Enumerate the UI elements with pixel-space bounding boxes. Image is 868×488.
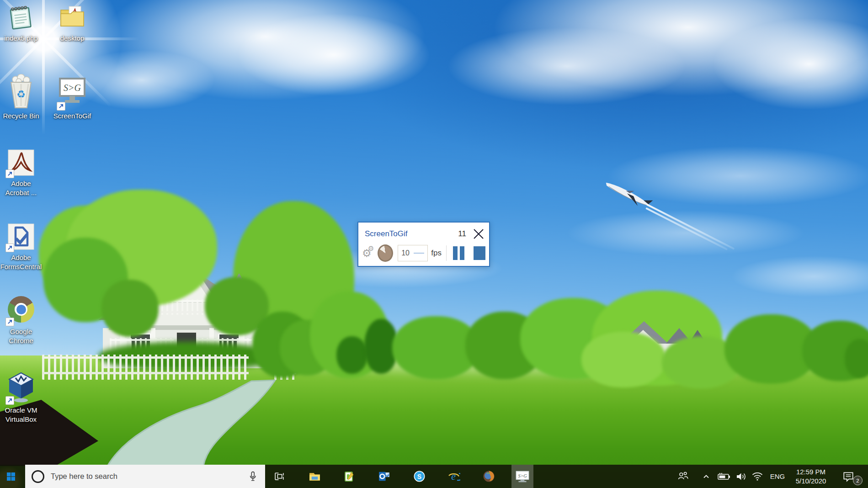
shortcut-arrow-icon (5, 318, 14, 326)
svg-text:S: S (417, 473, 421, 480)
desktop-icon-folder[interactable]: desktop (51, 3, 93, 43)
cloud (448, 27, 686, 105)
internet-explorer-icon: e (447, 470, 460, 483)
recorder-controls: ⚙ ⚙ 10 fps (358, 243, 489, 266)
start-button[interactable] (0, 465, 22, 488)
icon-label: index5.php (0, 34, 42, 43)
shortcut-arrow-icon (5, 170, 14, 178)
taskbar-button-internet-explorer[interactable]: e (443, 465, 465, 488)
skype-icon: S (413, 470, 426, 483)
desktop-icon-recycle-bin[interactable]: ♻ Recycle Bin (0, 74, 42, 121)
fps-input[interactable]: 10 (398, 245, 428, 261)
search-circle-icon (32, 470, 44, 483)
delay-timer-dial[interactable] (378, 244, 393, 262)
wifi-icon (751, 472, 763, 481)
fps-value: 10 (401, 249, 410, 257)
desktop-icon-adobe-formscentral[interactable]: Adobe FormsCentral (0, 222, 42, 272)
recorder-titlebar[interactable]: ScreenToGif 11 (358, 223, 489, 243)
tray-language-button[interactable]: ENG (767, 465, 788, 488)
tray-network-button[interactable] (751, 465, 764, 488)
tray-chevron-button[interactable] (700, 465, 712, 488)
shortcut-arrow-icon (57, 102, 65, 111)
tray-people-button[interactable] (675, 465, 691, 488)
taskbar-button-task-view[interactable] (268, 465, 290, 488)
battery-charging-icon (716, 472, 731, 482)
pause-button[interactable] (453, 246, 464, 260)
svg-text:S>G: S>G (64, 83, 81, 93)
svg-text:♻: ♻ (16, 89, 26, 100)
desktop-icon-virtualbox[interactable]: Oracle VM VirtualBox (0, 370, 42, 424)
tree (581, 332, 666, 387)
cloud (238, 14, 430, 96)
notification-badge[interactable]: 2 (853, 476, 863, 485)
taskbar-button-firefox[interactable] (478, 465, 500, 488)
taskbar-button-outlook[interactable] (373, 465, 395, 488)
tray-volume-button[interactable] (734, 465, 749, 488)
search-placeholder: Type here to search (51, 472, 117, 481)
outlook-icon (378, 470, 390, 483)
icon-label: desktop (51, 34, 93, 43)
acrobat-icon (6, 148, 36, 177)
shortcut-arrow-icon (5, 244, 14, 252)
microphone-icon[interactable] (249, 471, 257, 482)
taskbar-button-notepad-plus-plus[interactable] (338, 465, 360, 488)
screentogif-icon: S>G (515, 470, 530, 483)
desktop-icon-screentogif[interactable]: S>G ScreenToGif (51, 76, 93, 121)
notepad-icon (6, 3, 36, 32)
icon-label: ScreenToGif (51, 111, 93, 121)
firefox-icon (483, 470, 495, 483)
desktop-icon-index5-php[interactable]: index5.php (0, 3, 42, 43)
icon-label: Adobe Acrobat ... (0, 179, 42, 198)
taskbar: Type here to search (0, 465, 868, 488)
garden-path (69, 375, 297, 466)
tray-clock-button[interactable]: 12:59 PM 5/10/2020 (788, 465, 834, 488)
taskbar-button-skype[interactable]: S (408, 465, 430, 488)
divider (446, 245, 447, 261)
stop-button[interactable] (474, 246, 485, 260)
task-view-icon (274, 471, 285, 482)
settings-gears-button[interactable]: ⚙ ⚙ (362, 248, 374, 259)
icon-label: Recycle Bin (0, 111, 42, 121)
people-icon (677, 470, 689, 483)
icon-label: Google Chrome (0, 327, 42, 346)
icon-label: Adobe FormsCentral (0, 253, 46, 272)
screentogif-recorder-window: ScreenToGif 11 ⚙ ⚙ 10 fps (357, 222, 490, 267)
fps-unit-label: fps (431, 249, 442, 258)
file-explorer-icon (309, 470, 321, 483)
gear-icon: ⚙ (368, 244, 374, 253)
recorder-title: ScreenToGif (365, 229, 408, 239)
shortcut-arrow-icon (5, 396, 14, 405)
language-label: ENG (770, 472, 785, 480)
clock-time: 12:59 PM (788, 467, 834, 477)
tray-battery-button[interactable] (715, 465, 732, 488)
chrome-icon (6, 296, 36, 325)
folder-icon (58, 3, 87, 32)
close-icon[interactable] (473, 228, 485, 240)
clock: 12:59 PM 5/10/2020 (788, 467, 834, 485)
taskbar-button-screentogif-active[interactable]: S>G (511, 465, 533, 488)
desktop-icon-google-chrome[interactable]: Google Chrome (0, 295, 42, 346)
frame-count: 11 (458, 229, 466, 239)
screentogif-icon: S>G (58, 76, 87, 110)
icon-label: Oracle VM VirtualBox (0, 406, 42, 424)
svg-text:e: e (451, 471, 456, 482)
vine-tree (101, 280, 159, 337)
clock-date: 5/10/2020 (788, 477, 834, 486)
svg-text:S>G: S>G (518, 473, 527, 478)
windows-logo-icon (6, 472, 16, 481)
topiary-bush (336, 336, 367, 374)
taskbar-button-file-explorer[interactable] (304, 465, 325, 488)
desktop-screen: index5.php desktop ♻ Recycle Bin (0, 0, 868, 488)
volume-icon (735, 472, 747, 482)
white-fence (42, 355, 249, 380)
chevron-up-icon (702, 472, 711, 481)
notepad-plus-plus-icon (343, 471, 355, 483)
fps-slider-track[interactable] (414, 253, 424, 254)
recycle-bin-icon: ♻ (6, 74, 36, 110)
desktop-icon-adobe-acrobat[interactable]: Adobe Acrobat ... (0, 148, 42, 198)
sun-ray (42, 0, 45, 135)
formscentral-icon (6, 222, 36, 251)
virtualbox-icon (6, 370, 36, 404)
search-input[interactable]: Type here to search (25, 465, 265, 488)
